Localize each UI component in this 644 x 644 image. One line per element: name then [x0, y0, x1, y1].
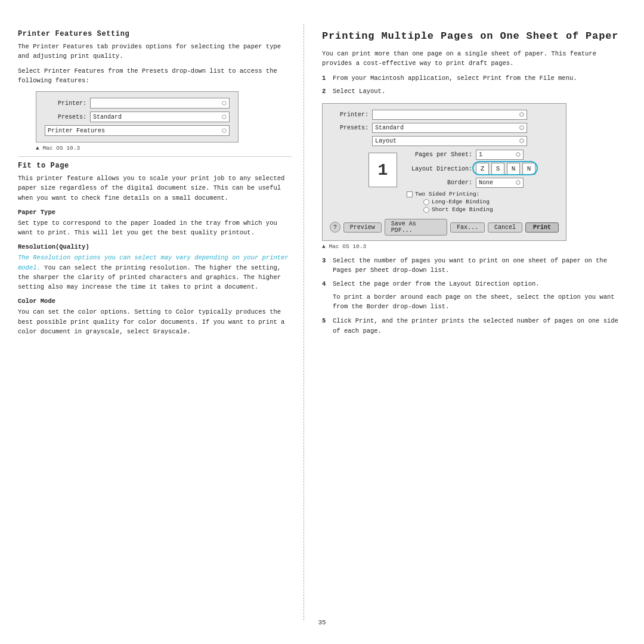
- ld-layout-arrow: ⬡: [519, 138, 524, 144]
- binding-options: Long-Edge Binding Short Edge Binding: [423, 199, 559, 213]
- fit-to-page-title: Fit to Page: [18, 162, 292, 170]
- long-edge-radio[interactable]: [423, 199, 429, 205]
- printer-row: Printer: ⬡: [45, 98, 230, 109]
- ld-layout-select[interactable]: Layout ⬡: [372, 136, 527, 146]
- border-value: None: [479, 179, 493, 186]
- dir-icon-1[interactable]: Z: [476, 163, 489, 175]
- step-1-num: 1: [322, 73, 333, 83]
- printer-select-arrow: ⬡: [222, 100, 227, 107]
- paper-type-text: Set type to correspond to the paper load…: [18, 218, 292, 238]
- two-sided-row: Two Sided Printing:: [407, 191, 559, 197]
- fax-button[interactable]: Fax...: [450, 222, 485, 233]
- ld-printer-arrow: ⬡: [519, 112, 524, 118]
- step-4b: To print a border around each page on th…: [333, 292, 626, 312]
- dialog-buttons: ? Preview Save As PDF... Fax... Cancel P…: [330, 219, 559, 236]
- step-4b-text: To print a border around each page on th…: [333, 292, 626, 312]
- printer-label: Printer:: [45, 100, 86, 107]
- right-column: Printing Multiple Pages on One Sheet of …: [304, 24, 626, 620]
- page-number: 35: [318, 619, 326, 626]
- cancel-button[interactable]: Cancel: [488, 222, 522, 233]
- presets-select-arrow: ⬡: [222, 114, 227, 120]
- border-label: Border:: [407, 179, 472, 186]
- pages-per-sheet-row: Pages per Sheet: 1 ⬡: [407, 150, 559, 160]
- printer-features-title: Printer Features Setting: [18, 30, 292, 38]
- pages-per-sheet-select[interactable]: 1 ⬡: [476, 150, 524, 160]
- resolution-text: The Resolution options you can select ma…: [18, 253, 292, 292]
- two-sided-checkbox[interactable]: [407, 191, 413, 197]
- dir-icon-4[interactable]: N: [522, 163, 535, 175]
- ld-printer-select[interactable]: ⬡: [372, 110, 527, 120]
- printer-features-section: Printer Features Setting The Printer Fea…: [18, 30, 292, 151]
- color-mode-section: Color Mode You can set the color options…: [18, 298, 292, 336]
- resolution-title: Resolution(Quality): [18, 243, 292, 250]
- resolution-section: Resolution(Quality) The Resolution optio…: [18, 243, 292, 292]
- print-button[interactable]: Print: [525, 222, 559, 233]
- printer-features-para2: Select Printer Features from the Presets…: [18, 66, 292, 86]
- presets-label: Presets:: [45, 114, 86, 120]
- step-3: 3 Select the number of pages you want to…: [322, 256, 626, 275]
- main-title: Printing Multiple Pages on One Sheet of …: [322, 30, 626, 43]
- border-arrow: ⬡: [516, 179, 521, 186]
- step-4-num: 4: [322, 279, 333, 289]
- preview-button[interactable]: Preview: [343, 222, 382, 233]
- ld-presets-select[interactable]: Standard ⬡: [372, 123, 527, 133]
- step-4: 4 Select the page order from the Layout …: [322, 279, 626, 289]
- printer-select[interactable]: ⬡: [90, 98, 230, 109]
- border-select[interactable]: None ⬡: [476, 178, 524, 188]
- features-label: Printer Features: [48, 128, 105, 134]
- fit-to-page-section: Fit to Page This printer feature allows …: [18, 162, 292, 203]
- ld-presets-label: Presets:: [330, 125, 369, 131]
- dir-icon-3[interactable]: N: [507, 163, 520, 175]
- layout-options: Pages per Sheet: 1 ⬡ Layout Direction: Z…: [403, 150, 559, 214]
- help-button[interactable]: ?: [330, 222, 340, 233]
- page-preview: 1: [369, 153, 397, 187]
- presets-value: Standard: [93, 114, 122, 120]
- printer-features-para1: The Printer Features tab provides option…: [18, 42, 292, 61]
- step-2: 2 Select Layout.: [322, 86, 626, 96]
- color-mode-text: You can set the color options. Setting t…: [18, 307, 292, 336]
- resolution-body: You can select the printing resolution. …: [18, 264, 281, 291]
- features-select[interactable]: Printer Features ⬡: [45, 125, 230, 136]
- two-sided-label: Two Sided Printing:: [415, 191, 479, 197]
- ld-presets-row: Presets: Standard ⬡: [330, 123, 559, 133]
- ld-presets-value: Standard: [375, 125, 404, 131]
- printer-features-dialog: Printer: ⬡ Presets: Standard ⬡ Printer F…: [36, 91, 239, 143]
- step-5-text: Click Print, and the printer prints the …: [333, 316, 626, 336]
- step-4-text: Select the page order from the Layout Di…: [333, 279, 626, 289]
- step-5: 5 Click Print, and the printer prints th…: [322, 316, 626, 336]
- color-mode-title: Color Mode: [18, 298, 292, 305]
- ld-printer-row: Printer: ⬡: [330, 110, 559, 120]
- short-edge-row: Short Edge Binding: [423, 206, 559, 213]
- pages-per-sheet-value: 1: [479, 151, 482, 158]
- step-2-text: Select Layout.: [333, 86, 626, 96]
- step-1-text: From your Macintosh application, select …: [333, 73, 626, 83]
- fit-to-page-para: This printer feature allows you to scale…: [18, 174, 292, 203]
- ld-presets-arrow: ⬡: [519, 125, 524, 131]
- long-edge-row: Long-Edge Binding: [423, 199, 559, 205]
- short-edge-label: Short Edge Binding: [432, 206, 493, 213]
- ld-layout-row: Layout ⬡: [330, 136, 559, 146]
- two-sided-section: Two Sided Printing: Long-Edge Binding Sh…: [407, 191, 559, 213]
- paper-type-section: Paper Type Set type to correspond to the…: [18, 209, 292, 238]
- dir-icon-2[interactable]: S: [491, 163, 504, 175]
- pps-arrow: ⬡: [516, 151, 521, 158]
- layout-direction-row: Layout Direction: Z S N N: [407, 163, 559, 175]
- step-5-num: 5: [322, 316, 333, 336]
- mac-caption-1: ▲ Mac OS 10.3: [36, 145, 292, 151]
- presets-select[interactable]: Standard ⬡: [90, 112, 230, 122]
- layout-direction-label: Layout Direction:: [407, 166, 472, 172]
- mac-caption-2: ▲ Mac OS 10.3: [322, 243, 626, 250]
- layout-direction-icons: Z S N N: [476, 163, 535, 175]
- features-select-arrow: ⬡: [222, 128, 227, 134]
- presets-row: Presets: Standard ⬡: [45, 112, 230, 122]
- pages-per-sheet-label: Pages per Sheet:: [407, 151, 472, 158]
- paper-type-title: Paper Type: [18, 209, 292, 216]
- ld-printer-label: Printer:: [330, 112, 369, 118]
- ld-layout-value: Layout: [375, 138, 397, 144]
- long-edge-label: Long-Edge Binding: [432, 199, 490, 205]
- right-intro: You can print more than one page on a si…: [322, 49, 626, 69]
- save-as-pdf-button[interactable]: Save As PDF...: [385, 219, 447, 236]
- short-edge-radio[interactable]: [423, 207, 429, 213]
- step-3-text: Select the number of pages you want to p…: [333, 256, 626, 275]
- step-2-num: 2: [322, 86, 333, 96]
